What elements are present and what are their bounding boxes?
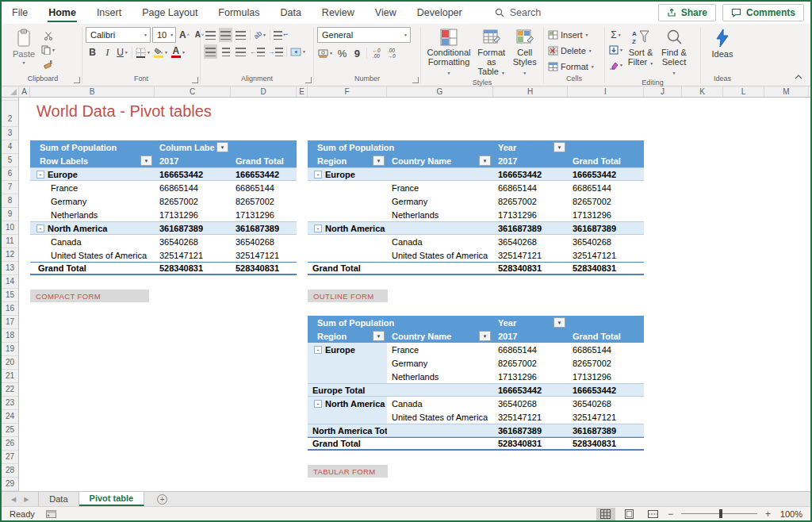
pivot-cell[interactable]: France [30, 181, 155, 194]
pivot-cell[interactable]: 17131296 [155, 208, 231, 221]
pivot-cell[interactable]: 66865144 [568, 343, 644, 356]
pivot-cell[interactable]: Grand Total [568, 154, 644, 167]
pivot-cell[interactable]: 17131296 [493, 208, 568, 221]
pivot-cell[interactable] [387, 424, 493, 436]
number-format-combo[interactable]: General▼ [317, 27, 411, 43]
conditional-formatting-button[interactable]: ConditionalFormatting ▼ [424, 26, 473, 78]
filter-dropdown-button[interactable] [140, 155, 152, 166]
row-header[interactable]: 27 [2, 451, 18, 464]
menu-tab-home[interactable]: Home [38, 2, 86, 24]
sheet-tab-data[interactable]: Data [39, 492, 79, 506]
column-header-d[interactable]: D [231, 86, 297, 97]
pivot-cell[interactable]: Germany [30, 194, 155, 208]
pivot-cell[interactable]: 325147121 [493, 410, 568, 424]
comma-style-button[interactable]: 9 [350, 46, 364, 60]
pivot-cell[interactable] [308, 356, 387, 370]
collapse-group-button[interactable] [36, 225, 44, 232]
pivot-cell[interactable]: 17131296 [231, 208, 297, 221]
cells-area[interactable]: World Data - Pivot tables Sum of Populat… [19, 98, 810, 491]
pivot-cell[interactable]: 361687389 [493, 222, 568, 234]
pivot-cell[interactable]: 66865144 [568, 181, 644, 194]
pivot-cell[interactable]: 36540268 [231, 235, 297, 248]
menu-tab-formulas[interactable]: Formulas [208, 2, 270, 24]
pivot-cell[interactable]: Grand Total [308, 438, 387, 449]
pivot-cell[interactable]: 82657002 [568, 194, 644, 208]
pivot-cell[interactable]: Region [308, 329, 387, 343]
paste-dropdown-arrow[interactable]: ▼ [22, 60, 26, 65]
pivot-cell[interactable] [308, 370, 387, 383]
pivot-cell[interactable]: Grand Total [568, 329, 644, 343]
format-cells-button[interactable]: Format▼ [547, 59, 596, 74]
search-box[interactable]: Search [495, 7, 542, 18]
pivot-cell[interactable] [568, 316, 644, 329]
pivot-cell[interactable] [308, 208, 387, 221]
sort-filter-button[interactable]: AZ Sort &Filter ▼ [624, 26, 657, 68]
decrease-decimal-button[interactable]: .00→0 [385, 46, 398, 60]
row-header[interactable]: 13 [2, 262, 18, 275]
prev-sheet-arrow[interactable]: ◀ [11, 496, 16, 503]
pivot-cell[interactable]: 36540268 [568, 397, 644, 410]
collapse-ribbon-chevron[interactable] [795, 75, 802, 79]
menu-tab-view[interactable]: View [365, 2, 407, 24]
filter-dropdown-button[interactable] [479, 331, 491, 341]
pivot-cell[interactable]: Sum of Population [30, 140, 155, 154]
increase-decimal-button[interactable]: ←0.00 [370, 46, 383, 60]
pivot-cell[interactable] [231, 140, 297, 154]
row-header[interactable]: 17 [2, 316, 18, 329]
pivot-cell[interactable]: Sum of Population [308, 140, 387, 154]
menu-tab-developer[interactable]: Developer [407, 2, 473, 24]
pivot-cell[interactable] [387, 438, 493, 449]
collapse-group-button[interactable] [314, 225, 322, 232]
pivot-cell[interactable]: Row Labels [30, 154, 155, 167]
autosum-button[interactable]: Σ▼ [608, 28, 624, 42]
pivot-cell[interactable]: 361687389 [568, 222, 644, 234]
pivot-cell[interactable]: 82657002 [568, 356, 644, 370]
pivot-cell[interactable]: North America [30, 222, 155, 234]
accounting-format-button[interactable]: ▼ [317, 46, 334, 60]
pivot-cell[interactable]: Year [493, 140, 568, 154]
insert-cells-button[interactable]: Insert▼ [547, 28, 589, 42]
pivot-cell[interactable]: France [387, 343, 493, 356]
pivot-cell[interactable]: 325147121 [231, 248, 297, 262]
pivot-cell[interactable]: France [387, 181, 493, 194]
increase-indent-button[interactable]: → [267, 44, 284, 59]
menu-tab-data[interactable]: Data [270, 2, 311, 24]
fill-button[interactable]: ▼ [608, 43, 624, 57]
pivot-cell[interactable]: North America [308, 222, 387, 234]
font-dialog-launcher[interactable] [192, 77, 198, 83]
normal-view-button[interactable] [596, 508, 615, 520]
pivot-cell[interactable]: 2017 [493, 329, 568, 343]
pivot-cell[interactable] [387, 263, 493, 274]
pivot-cell[interactable]: 66865144 [493, 181, 568, 194]
pivot-cell[interactable]: Netherlands [30, 208, 155, 221]
pivot-cell[interactable]: 325147121 [568, 248, 644, 262]
row-header[interactable]: 4 [2, 140, 18, 154]
pivot-cell[interactable] [568, 140, 644, 154]
bold-button[interactable]: B [86, 45, 99, 59]
row-header[interactable]: 9 [2, 208, 18, 221]
pivot-cell[interactable]: 166653442 [155, 168, 231, 180]
grow-font-button[interactable]: A˄ [178, 28, 191, 42]
row-header[interactable]: 2 [2, 101, 18, 127]
pivot-cell[interactable]: Europe [30, 168, 155, 180]
pivot-cell[interactable]: 17131296 [568, 208, 644, 221]
cell-styles-button[interactable]: CellStyles ▼ [509, 26, 540, 78]
pivot-cell[interactable]: 528340831 [155, 263, 231, 274]
collapse-group-button[interactable] [314, 400, 322, 408]
pivot-cell[interactable] [387, 384, 493, 396]
row-header[interactable]: 21 [2, 370, 18, 383]
row-header[interactable]: 14 [2, 275, 18, 289]
pivot-cell[interactable] [308, 410, 387, 424]
pivot-cell[interactable]: Europe [308, 168, 387, 180]
pivot-cell[interactable]: 361687389 [493, 424, 568, 436]
pivot-cell[interactable]: Region [308, 154, 387, 167]
zoom-slider[interactable] [681, 513, 757, 514]
pivot-cell[interactable]: Germany [387, 194, 493, 208]
pivot-cell[interactable]: 166653442 [568, 384, 644, 396]
fill-color-button[interactable]: ▼ [153, 45, 169, 59]
pivot-cell[interactable]: 528340831 [231, 263, 297, 274]
pivot-cell[interactable] [387, 222, 493, 234]
pivot-cell[interactable]: Netherlands [387, 208, 493, 221]
row-header[interactable]: 15 [2, 289, 18, 302]
pivot-cell[interactable]: Germany [387, 356, 493, 370]
